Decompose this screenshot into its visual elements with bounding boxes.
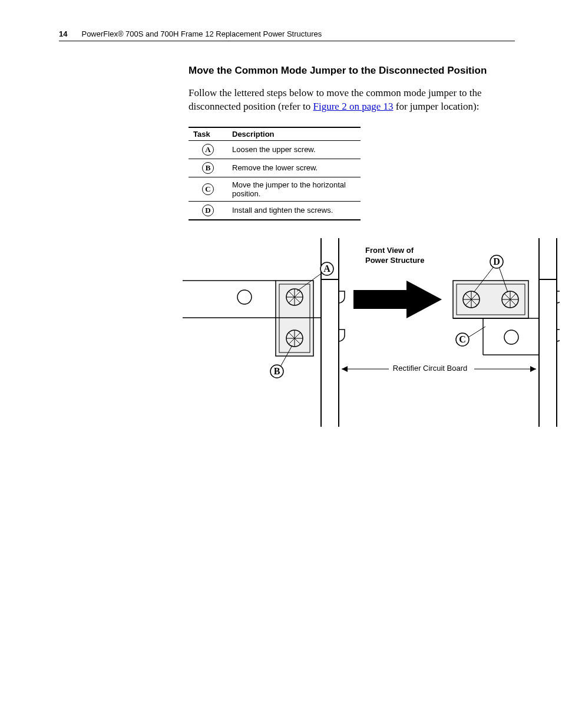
desc-cell: Remove the lower screw.: [227, 159, 361, 177]
content-area: Move the Common Mode Jumper to the Disco…: [189, 65, 515, 220]
svg-point-20: [504, 330, 518, 344]
figure-caption: Rectifier Circuit Board: [393, 364, 467, 373]
figure-label-C: C: [459, 334, 466, 344]
table-row: A Loosen the upper screw.: [189, 140, 361, 159]
table-row: D Install and tighten the screws.: [189, 201, 361, 220]
running-header: 14 PowerFlex® 700S and 700H Frame 12 Rep…: [59, 29, 515, 41]
task-badge: D: [202, 205, 214, 216]
intro-paragraph: Follow the lettered steps below to move …: [189, 87, 515, 114]
task-cell: A: [189, 140, 227, 159]
figure-title-line1: Front View of: [365, 246, 414, 255]
desc-cell: Install and tighten the screws.: [227, 201, 361, 220]
doc-title: PowerFlex® 700S and 700H Frame 12 Replac…: [81, 29, 322, 38]
table-row: C Move the jumper to the horizontal posi…: [189, 177, 361, 201]
table-row: B Remove the lower screw.: [189, 159, 361, 177]
desc-cell: Move the jumper to the horizontal positi…: [227, 177, 361, 201]
page-number: 14: [59, 29, 67, 38]
svg-marker-34: [530, 366, 536, 372]
col-task: Task: [189, 127, 227, 141]
figure-label-B: B: [274, 366, 280, 376]
task-badge: C: [202, 183, 214, 195]
svg-marker-32: [342, 366, 348, 372]
svg-line-26: [467, 327, 485, 338]
screw-icon: [502, 291, 518, 308]
figure-title-line2: Power Structure: [365, 256, 424, 265]
steps-table: Task Description A Loosen the upper scre…: [189, 127, 361, 220]
svg-marker-21: [353, 281, 442, 318]
task-cell: B: [189, 159, 227, 177]
task-badge: A: [202, 144, 214, 156]
col-desc: Description: [227, 127, 361, 141]
screw-icon: [463, 291, 480, 308]
task-badge: B: [202, 162, 214, 174]
screw-icon: [286, 289, 303, 305]
task-cell: D: [189, 201, 227, 220]
svg-point-9: [237, 290, 252, 304]
figure-link[interactable]: Figure 2 on page 13: [313, 101, 394, 112]
screw-icon: [286, 330, 303, 347]
page: 14 PowerFlex® 700S and 700H Frame 12 Rep…: [0, 0, 562, 456]
figure-label-A: A: [323, 263, 330, 274]
power-structure-figure: Front View of Power Structure: [130, 238, 560, 427]
figure-wrap: Front View of Power Structure: [130, 238, 515, 427]
intro-text-after: for jumper location):: [393, 101, 479, 112]
section-title: Move the Common Mode Jumper to the Disco…: [189, 65, 515, 77]
figure-label-D: D: [493, 256, 500, 266]
task-cell: C: [189, 177, 227, 201]
desc-cell: Loosen the upper screw.: [227, 140, 361, 159]
